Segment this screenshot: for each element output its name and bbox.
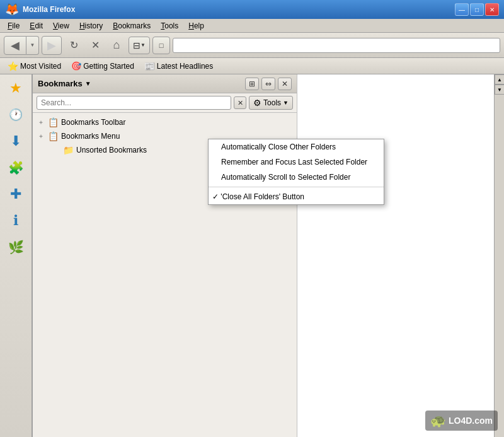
back-dropdown-icon: ▼ [30,42,35,48]
reload-icon: ↻ [70,39,78,51]
menu-help[interactable]: Help [183,20,209,32]
bookmarks-title-label: Bookmarks [38,79,83,88]
vertical-scrollbar[interactable]: ▲ ▼ [494,74,504,437]
sidebar-leaf-icon[interactable]: 🌿 [4,236,27,259]
menu-bar: File Edit View History Bookmarks Tools H… [0,19,504,33]
new-tab-icon: □ [159,42,164,49]
tools-button[interactable]: ⚙ Tools ▼ Automatically Close Other Fold… [249,96,293,110]
search-bar: ✕ ⚙ Tools ▼ Automatically Close Other Fo… [33,93,297,113]
menu-history[interactable]: History [74,20,108,32]
search-clear-button[interactable]: ✕ [234,96,246,109]
title-bar: 🦊 Mozilla Firefox — □ ✕ [0,0,504,19]
back-icon: ◀ [11,38,20,52]
home-icon: ⌂ [113,38,120,52]
page-view-dropdown: ▼ [140,42,146,48]
latest-headlines-bookmark[interactable]: 📰 Latest Headlines [140,60,217,73]
dropdown-auto-close[interactable]: Automatically Close Other Folders [209,139,384,154]
sidebar-info-icon[interactable]: ℹ [4,209,27,232]
getting-started-bookmark[interactable]: 🎯 Getting Started [67,60,138,72]
lo4d-turtle-icon: 🐢 [430,413,446,428]
unsorted-folder-label: Unsorted Bookmarks [76,146,147,154]
stop-icon: ✕ [91,39,100,51]
toolbar-folder-icon: 📋 [48,117,59,127]
panel-title-dropdown-icon: ▼ [85,80,91,87]
most-visited-bookmark[interactable]: ⭐ Most Visited [4,60,65,73]
getting-started-icon: 🎯 [71,61,81,71]
back-button[interactable]: ◀ [4,36,26,55]
panel-swap-button[interactable]: ⇔ [261,78,275,90]
window-controls: — □ ✕ [455,3,499,16]
nav-toolbar: ◀ ▼ ▶ ↻ ✕ ⌂ ⊟ ▼ □ [0,33,504,58]
window-title: Mozilla Firefox [23,5,455,14]
watermark: 🐢 LO4D.com [425,411,498,431]
panel-controls: ⊞ ⇔ ✕ [245,78,292,90]
content-area: ▲ ▼ 🐢 LO4D.com [297,74,504,437]
tree-item-bookmarks-toolbar[interactable]: ＋ 📋 Bookmarks Toolbar [33,115,297,129]
bookmarks-panel: Bookmarks ▼ ⊞ ⇔ ✕ ✕ ⚙ Tools ▼ Automatica… [33,74,297,437]
search-clear-icon: ✕ [238,99,243,107]
main-area: ★ 🕐 ⬇ 🧩 ✚ ℹ 🌿 Bookmarks ▼ ⊞ ⇔ ✕ ✕ [0,74,504,437]
scroll-down-button[interactable]: ▼ [495,84,504,95]
tools-label: Tools [263,98,281,107]
unsorted-folder-icon: 📁 [63,145,74,155]
tools-gear-icon: ⚙ [253,98,261,108]
menu-edit[interactable]: Edit [25,20,48,32]
expand-icon-2: ＋ [38,132,45,141]
close-button[interactable]: ✕ [485,3,499,16]
expand-icon: ＋ [38,118,45,127]
sidebar-history-icon[interactable]: 🕐 [4,103,27,126]
getting-started-label: Getting Started [83,62,134,71]
forward-button[interactable]: ▶ [42,36,62,55]
stop-button[interactable]: ✕ [86,37,105,54]
most-visited-icon: ⭐ [8,61,18,71]
home-button[interactable]: ⌂ [107,37,126,54]
dropdown-auto-scroll[interactable]: Automatically Scroll to Selected Folder [209,170,384,185]
search-input[interactable] [37,96,231,110]
menu-view[interactable]: View [48,20,74,32]
lo4d-logo: 🐢 LO4D.com [425,411,498,431]
panel-header: Bookmarks ▼ ⊞ ⇔ ✕ [33,74,297,93]
menu-tools[interactable]: Tools [156,20,183,32]
dropdown-divider [209,187,384,187]
panel-grid-button[interactable]: ⊞ [245,78,259,90]
dropdown-remember-focus[interactable]: Remember and Focus Last Selected Folder [209,154,384,170]
forward-icon: ▶ [47,38,56,52]
bookmarks-toolbar: ⭐ Most Visited 🎯 Getting Started 📰 Lates… [0,58,504,74]
latest-headlines-icon: 📰 [144,61,155,71]
firefox-icon: 🦊 [5,3,19,16]
maximize-button[interactable]: □ [470,3,484,16]
sidebar: ★ 🕐 ⬇ 🧩 ✚ ℹ 🌿 [0,74,33,437]
sidebar-plus-icon[interactable]: ✚ [4,183,27,206]
address-bar[interactable] [173,38,500,53]
page-view-button[interactable]: ⊟ ▼ [129,37,150,54]
latest-headlines-label: Latest Headlines [157,62,213,71]
lo4d-text: LO4D.com [449,416,493,426]
sidebar-bookmarks-icon[interactable]: ★ [4,77,27,100]
sidebar-extensions-icon[interactable]: 🧩 [4,156,27,179]
new-tab-button[interactable]: □ [152,37,170,54]
minimize-button[interactable]: — [455,3,469,16]
menu-folder-label: Bookmarks Menu [61,132,120,141]
scroll-up-button[interactable]: ▲ [495,74,504,84]
tools-dropdown-menu: Automatically Close Other Folders Rememb… [208,139,384,205]
reload-button[interactable]: ↻ [64,37,83,54]
page-view-icon: ⊟ [133,40,140,50]
back-dropdown-button[interactable]: ▼ [26,36,39,55]
menu-file[interactable]: File [3,20,25,32]
sidebar-downloads-icon[interactable]: ⬇ [4,130,27,153]
menu-bookmarks[interactable]: Bookmarks [108,20,156,32]
tools-dropdown-icon: ▼ [283,100,289,106]
most-visited-label: Most Visited [20,62,61,71]
toolbar-folder-label: Bookmarks Toolbar [61,118,126,127]
dropdown-close-all-folders[interactable]: 'Close All Folders' Button [209,189,384,204]
menu-folder-icon: 📋 [48,131,59,141]
panel-title: Bookmarks ▼ [38,79,91,88]
panel-close-button[interactable]: ✕ [278,78,292,90]
